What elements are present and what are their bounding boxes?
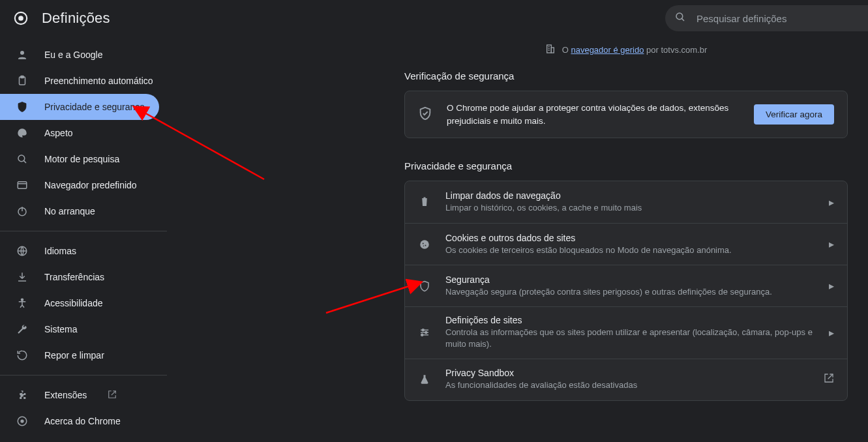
search-placeholder: Pesquisar definições — [696, 13, 786, 24]
trash-icon — [418, 196, 431, 208]
sidebar-item-downloads[interactable]: Transferências — [0, 264, 159, 290]
palette-icon — [16, 126, 29, 140]
chevron-right-icon: ▸ — [829, 280, 834, 292]
svg-line-8 — [23, 160, 26, 163]
row-subtitle: Navegação segura (proteção contra sites … — [445, 286, 815, 298]
sidebar-item-label: Privacidade e segurança — [44, 102, 145, 112]
managed-link[interactable]: navegador é gerido — [571, 45, 644, 55]
row-subtitle: Os cookies de terceiros estão bloqueados… — [445, 244, 815, 256]
svg-point-14 — [22, 299, 23, 301]
sidebar-item-reset[interactable]: Repor e limpar — [0, 342, 159, 368]
sidebar-item-default-browser[interactable]: Navegador predefinido — [0, 172, 159, 198]
flask-icon — [418, 374, 431, 385]
svg-point-22 — [423, 245, 425, 246]
row-clear-browsing-data[interactable]: Limpar dados de navegação Limpar o histó… — [405, 181, 847, 223]
privacy-section-title: Privacidade e segurança — [404, 160, 848, 171]
sidebar-item-about-chrome[interactable]: Acerca do Chrome — [0, 408, 159, 434]
safety-check-button[interactable]: Verificar agora — [754, 104, 834, 125]
managed-text: O navegador é gerido por totvs.com.br — [562, 45, 708, 55]
browser-icon — [16, 179, 29, 192]
svg-point-26 — [422, 329, 424, 331]
sidebar: Eu e a Google Preenchimento automático P… — [0, 42, 167, 434]
sidebar-item-label: Motor de pesquisa — [44, 154, 119, 164]
sidebar-item-label: Sistema — [44, 324, 78, 334]
globe-icon — [16, 244, 29, 258]
svg-point-16 — [20, 419, 23, 422]
row-subtitle: Controla as informações que os sites pod… — [445, 327, 815, 350]
sidebar-item-search-engine[interactable]: Motor de pesquisa — [0, 146, 159, 172]
row-cookies[interactable]: Cookies e outros dados de sites Os cooki… — [405, 223, 847, 265]
sidebar-item-label: Navegador predefinido — [44, 180, 137, 190]
row-title: Limpar dados de navegação — [445, 190, 815, 201]
row-security[interactable]: Segurança Navegação segura (proteção con… — [405, 265, 847, 306]
sidebar-item-privacy-security[interactable]: Privacidade e segurança — [0, 94, 159, 120]
row-subtitle: Limpar o histórico, os cookies, a cache … — [445, 202, 815, 214]
sidebar-item-languages[interactable]: Idiomas — [0, 238, 159, 264]
chrome-logo-icon — [13, 10, 29, 26]
chrome-icon — [16, 415, 29, 428]
sidebar-item-label: Preenchimento automático — [44, 76, 153, 86]
sliders-icon — [418, 327, 431, 338]
sidebar-item-accessibility[interactable]: Acessibilidade — [0, 290, 159, 316]
sidebar-item-label: No arranque — [44, 206, 95, 216]
safety-check-card: O Chrome pode ajudar a proteger contra v… — [404, 91, 848, 138]
sidebar-item-label: Transferências — [44, 272, 104, 282]
puzzle-icon — [16, 389, 29, 402]
safety-check-message: O Chrome pode ajudar a proteger contra v… — [447, 102, 740, 127]
chevron-right-icon: ▸ — [829, 238, 834, 250]
chevron-right-icon: ▸ — [829, 196, 834, 209]
row-title: Definições de sites — [445, 315, 815, 325]
power-icon — [16, 205, 29, 218]
svg-point-2 — [676, 13, 683, 20]
shield-icon — [418, 280, 431, 292]
row-subtitle: As funcionalidades de avaliação estão de… — [445, 379, 809, 391]
sidebar-item-label: Idiomas — [44, 246, 76, 256]
privacy-list: Limpar dados de navegação Limpar o histó… — [404, 181, 848, 400]
shield-check-icon — [418, 106, 432, 123]
shield-icon — [16, 100, 29, 113]
sidebar-item-label: Eu e a Google — [44, 50, 103, 60]
sidebar-item-label: Acessibilidade — [44, 298, 103, 308]
svg-point-28 — [421, 334, 423, 336]
chevron-right-icon: ▸ — [829, 327, 834, 339]
row-title: Privacy Sandbox — [445, 368, 809, 378]
sidebar-item-extensions[interactable]: Extensões — [0, 382, 159, 408]
restore-icon — [16, 349, 29, 362]
clipboard-icon — [16, 74, 29, 87]
accessibility-icon — [16, 297, 29, 310]
sidebar-item-appearance[interactable]: Aspeto — [0, 120, 159, 146]
sidebar-item-you-and-google[interactable]: Eu e a Google — [0, 42, 159, 68]
sidebar-divider — [0, 375, 167, 376]
external-link-icon — [824, 373, 834, 386]
svg-rect-9 — [18, 182, 27, 189]
svg-point-19 — [420, 240, 429, 249]
sidebar-item-autofill[interactable]: Preenchimento automático — [0, 68, 159, 94]
sidebar-item-label: Repor e limpar — [44, 350, 104, 361]
safety-check-section-title: Verificação de segurança — [404, 70, 848, 81]
svg-point-20 — [423, 243, 424, 244]
svg-rect-18 — [551, 48, 554, 53]
svg-line-3 — [681, 18, 684, 21]
download-icon — [16, 271, 29, 284]
external-link-icon — [108, 390, 117, 401]
search-icon — [16, 153, 29, 166]
managed-by-bar: O navegador é gerido por totvs.com.br — [404, 40, 848, 59]
sidebar-item-system[interactable]: Sistema — [0, 316, 159, 342]
sidebar-item-label: Extensões — [44, 390, 87, 400]
svg-point-21 — [425, 244, 427, 246]
sidebar-item-on-startup[interactable]: No arranque — [0, 198, 159, 224]
row-title: Segurança — [445, 274, 815, 285]
cookie-icon — [418, 239, 431, 250]
sidebar-item-label: Acerca do Chrome — [44, 416, 121, 426]
building-icon — [545, 44, 556, 56]
main-content: O navegador é gerido por totvs.com.br Ve… — [404, 40, 848, 401]
row-privacy-sandbox[interactable]: Privacy Sandbox As funcionalidades de av… — [405, 359, 847, 400]
sidebar-divider — [0, 231, 167, 231]
row-title: Cookies e outros dados de sites — [445, 233, 815, 243]
header: Definições Pesquisar definições — [0, 0, 868, 37]
row-site-settings[interactable]: Definições de sites Controla as informaç… — [405, 306, 847, 358]
svg-point-7 — [18, 155, 25, 162]
search-icon — [674, 11, 686, 25]
svg-point-1 — [18, 16, 23, 21]
search-input[interactable]: Pesquisar definições — [665, 5, 868, 31]
